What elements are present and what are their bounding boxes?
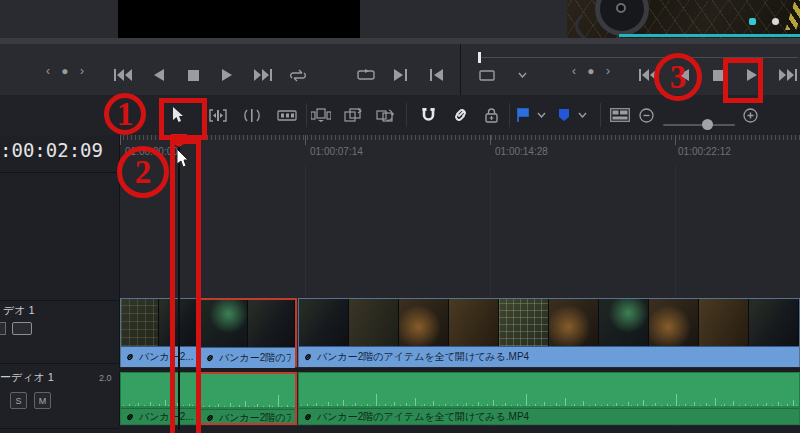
overwrite-clip-icon[interactable] xyxy=(341,105,365,125)
jog-control-left[interactable]: ‹ ● › xyxy=(46,64,88,78)
timecode-display-cell: :00:02:09 xyxy=(0,135,120,165)
thumbnail-frame xyxy=(299,299,349,346)
clip-label-bar: バンカー2階のアイテムを全て開けてみる.MP4 xyxy=(299,346,799,367)
header-divider xyxy=(0,172,119,173)
thumbnail-frame xyxy=(449,299,499,346)
ruler-major-tick xyxy=(120,135,121,145)
left-viewer-video xyxy=(118,0,360,38)
thumbnail-frame xyxy=(649,299,699,346)
clip-thumbnails xyxy=(299,299,799,346)
header-divider xyxy=(0,428,119,429)
toolbar-separator xyxy=(306,103,307,127)
replace-clip-icon[interactable] xyxy=(373,105,397,125)
mute-button[interactable]: M xyxy=(34,392,51,409)
annotation-box-1 xyxy=(159,98,207,140)
goto-in-icon[interactable] xyxy=(425,65,447,85)
annotation-box-3 xyxy=(723,58,763,103)
goto-last-icon[interactable] xyxy=(777,65,799,85)
davinci-edit-page: ‹ ● › ‹ ● › 01:00:00:0001:00:07:1401:00:… xyxy=(0,0,800,433)
annotation-badge-1: 1 xyxy=(104,93,146,135)
clip-label-bar: バンカー2階のアイテ... xyxy=(201,347,295,368)
link-icon xyxy=(303,348,313,366)
chevron-down-icon[interactable] xyxy=(570,105,594,125)
link-icon xyxy=(303,408,313,425)
clip-filename: バンカー2階のアイテムを全て開けてみる.MP4 xyxy=(317,410,529,424)
link-icon xyxy=(205,349,215,367)
toolbar-separator xyxy=(509,103,510,127)
audio-waveform xyxy=(299,373,799,408)
auto-select-icon[interactable] xyxy=(12,322,32,335)
below-tracks-strip xyxy=(119,426,800,433)
zoom-in-icon[interactable] xyxy=(738,105,762,125)
ruler-major-tick xyxy=(675,135,676,145)
annotation-badge-3: 3 xyxy=(654,53,702,101)
link-icon xyxy=(125,408,135,425)
thumbnail-frame xyxy=(201,300,248,347)
ruler-major-tick xyxy=(490,135,491,145)
ruler-timecode-label: 01:00:07:14 xyxy=(310,146,363,157)
position-lock-icon[interactable] xyxy=(479,105,503,125)
loop-icon[interactable] xyxy=(287,65,309,85)
trim-edit-icon[interactable] xyxy=(206,105,230,125)
insert-clip-icon[interactable] xyxy=(309,105,333,125)
thumbnail-frame xyxy=(399,299,449,346)
thumbnail-frame xyxy=(499,299,549,346)
viewer-mode-icon[interactable] xyxy=(476,65,498,85)
audio-channel-count: 2.0 xyxy=(99,373,112,383)
thumbnail-frame xyxy=(349,299,399,346)
clip-label-bar: バンカー2階のアイテムを全て開けてみる.MP4 xyxy=(299,408,799,425)
razor-edit-icon[interactable] xyxy=(275,105,299,125)
track-header-column: デオ 1 ーディオ 1 2.0 S M xyxy=(0,165,120,433)
annotation-badge-2: 2 xyxy=(117,146,169,198)
view-options-icon[interactable] xyxy=(608,105,632,125)
zoom-out-icon[interactable] xyxy=(634,105,658,125)
chevron-down-icon[interactable] xyxy=(511,65,533,85)
track-lock-icon[interactable] xyxy=(0,322,6,335)
transport-divider xyxy=(460,44,461,95)
timeline-zoom-slider[interactable] xyxy=(663,124,735,126)
transport-left-buttons xyxy=(112,65,309,85)
video-clip[interactable]: バンカー2階のアイテ... xyxy=(199,298,297,367)
thumbnail-frame xyxy=(121,299,159,346)
audio-clip[interactable]: バンカー2階のアイテムを全て開けてみる.MP4 xyxy=(298,372,800,425)
goto-first-icon[interactable] xyxy=(112,65,134,85)
header-divider xyxy=(0,300,119,301)
snapping-magnet-icon[interactable] xyxy=(416,105,440,125)
clip-filename: バンカー2階のアイテムを全て開けてみる.MP4 xyxy=(317,350,529,364)
goto-last-icon[interactable] xyxy=(252,65,274,85)
right-viewer-video xyxy=(567,0,800,38)
link-icon xyxy=(125,348,135,366)
ruler-timecode-label: 01:00:22:12 xyxy=(678,146,731,157)
transport-left-extra-buttons xyxy=(355,65,447,85)
jog-control-right[interactable]: ‹ ● › xyxy=(572,64,614,78)
clip-filename: バンカー2階のアイテ... xyxy=(219,351,291,365)
play-around-icon[interactable] xyxy=(390,65,412,85)
play-reverse-icon[interactable] xyxy=(147,65,169,85)
clip-filename: バンカー2階のアイテ... xyxy=(219,411,291,425)
video-track-name: デオ 1 xyxy=(3,303,35,318)
thumbnail-frame xyxy=(599,299,649,346)
chevron-down-icon[interactable] xyxy=(529,105,553,125)
dynamic-trim-icon[interactable] xyxy=(240,105,264,125)
game-icon-dot xyxy=(749,18,756,25)
audio-clip[interactable]: バンカー2階のアイテ... xyxy=(199,372,297,425)
solo-button[interactable]: S xyxy=(10,392,27,409)
play-forward-icon[interactable] xyxy=(217,65,239,85)
clip-thumbnails xyxy=(201,300,295,347)
audio-track-name: ーディオ 1 xyxy=(0,370,54,385)
link-clips-icon[interactable] xyxy=(448,105,472,125)
timeline-zoom-slider-handle[interactable] xyxy=(702,119,713,130)
thumbnail-frame xyxy=(699,299,749,346)
viewer-progress-bar xyxy=(619,34,800,37)
game-icon-marker xyxy=(772,18,779,25)
viewer-scrub-playhead[interactable] xyxy=(478,52,481,63)
audio-waveform xyxy=(201,374,295,409)
clip-label-bar: バンカー2階のアイテ... xyxy=(201,409,295,425)
toolbar-separator xyxy=(406,103,407,127)
thumbnail-frame xyxy=(749,299,799,346)
thumbnail-frame xyxy=(248,300,295,347)
stop-icon[interactable] xyxy=(182,65,204,85)
video-clip[interactable]: バンカー2階のアイテムを全て開けてみる.MP4 xyxy=(298,298,800,367)
link-icon xyxy=(205,409,215,425)
loop-playback-icon[interactable] xyxy=(355,65,377,85)
